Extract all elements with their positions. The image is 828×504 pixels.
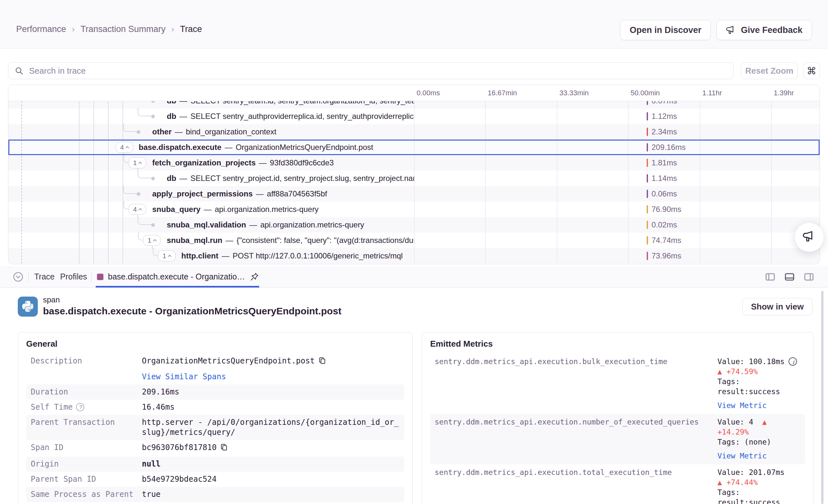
collapse-badge[interactable]: 1 bbox=[129, 157, 146, 168]
general-row-parent-span-id: Parent Span ID b54e9729bdeac524 bbox=[26, 472, 404, 487]
tab-active-span[interactable]: base.dispatch.execute - Organizatio… bbox=[108, 266, 245, 288]
timeline-axis: 0.00ms 16.67min 33.33min 50.00min 1.11hr… bbox=[8, 85, 820, 101]
megaphone-icon bbox=[726, 25, 736, 35]
span-color-swatch bbox=[97, 274, 104, 280]
help-icon[interactable] bbox=[76, 403, 84, 411]
feedback-floating-button[interactable] bbox=[794, 222, 824, 252]
collapse-badge[interactable]: 4 bbox=[129, 204, 146, 215]
span-title: base.dispatch.execute - OrganizationMetr… bbox=[43, 306, 342, 317]
general-row-same-process: Same Process as Parent true bbox=[26, 487, 404, 502]
layout-bottom-panel-icon[interactable] bbox=[783, 271, 796, 282]
axis-tick: 16.67min bbox=[488, 89, 517, 97]
span-duration: 209.16ms bbox=[652, 139, 686, 155]
span-row-other-bind[interactable]: other—bind_organization_context 2.34ms bbox=[8, 124, 820, 139]
python-icon bbox=[18, 297, 38, 317]
span-row-snuba-mql-run[interactable]: 1 snuba_mql.run—{"consistent": false, "q… bbox=[8, 233, 820, 248]
metric-value: Value: 4 bbox=[717, 418, 753, 426]
search-bar bbox=[8, 62, 734, 79]
breadcrumb-separator: › bbox=[72, 24, 75, 34]
open-in-discover-label: Open in Discover bbox=[629, 25, 701, 35]
parent-transaction-link[interactable]: http.server - /api/0/organizations/{orga… bbox=[142, 417, 400, 437]
metric-value: Value: 201.07ms bbox=[717, 467, 800, 477]
chevron-up-icon bbox=[139, 208, 142, 212]
copy-icon[interactable] bbox=[318, 356, 326, 367]
span-row-base-dispatch-selected[interactable]: 4 base.dispatch.execute—OrganizationMetr… bbox=[8, 139, 820, 155]
show-in-view-button[interactable]: Show in view bbox=[742, 298, 813, 315]
breadcrumb-transaction-summary[interactable]: Transaction Summary bbox=[80, 24, 165, 34]
metric-row-bulk-execution-time: sentry.ddm.metrics_api.execution.bulk_ex… bbox=[430, 353, 805, 414]
reset-zoom-button[interactable]: Reset Zoom bbox=[741, 62, 798, 79]
metric-delta: ▲ +74.44% bbox=[717, 477, 800, 488]
tab-profiles[interactable]: Profiles bbox=[60, 266, 87, 288]
span-bar bbox=[647, 174, 648, 182]
layout-right-panel-icon[interactable] bbox=[803, 271, 815, 282]
span-bar bbox=[647, 112, 648, 121]
trace-view-screen: Performance › Transaction Summary › Trac… bbox=[0, 0, 828, 504]
span-duration: 2.34ms bbox=[652, 124, 677, 139]
info-icon[interactable] bbox=[789, 357, 797, 366]
span-bar bbox=[647, 159, 648, 167]
general-row-span-id: Span ID bc963076bf817810 bbox=[26, 440, 404, 457]
chevron-up-icon bbox=[168, 255, 172, 258]
give-feedback-button[interactable]: Give Feedback bbox=[716, 20, 812, 40]
metric-row-total-execution-time: sentry.ddm.metrics_api.execution.total_e… bbox=[430, 464, 805, 504]
span-bar bbox=[647, 143, 648, 152]
span-row-db-team[interactable]: db—SELECT sentry_team.id, sentry_team.or… bbox=[8, 101, 820, 109]
span-duration: 0.06ms bbox=[652, 186, 677, 202]
span-type-label: span bbox=[43, 295, 60, 304]
span-bar bbox=[647, 236, 648, 245]
general-row-self-time: Self Time 16.46ms bbox=[26, 400, 404, 415]
axis-tick: 1.39hr bbox=[774, 89, 794, 97]
command-icon: ⌘ bbox=[807, 65, 816, 77]
axis-tick: 33.33min bbox=[560, 89, 589, 97]
span-row-fetch-projects[interactable]: 1 fetch_organization_projects—93fd380df9… bbox=[8, 155, 820, 171]
view-metric-link[interactable]: View Metric bbox=[717, 401, 800, 411]
command-shortcut-button[interactable]: ⌘ bbox=[803, 62, 820, 79]
pin-tab-icon[interactable] bbox=[249, 272, 259, 283]
view-similar-spans-link[interactable]: View Similar Spans bbox=[142, 372, 400, 382]
span-row-db-project[interactable]: db—SELECT sentry_project.id, sentry_proj… bbox=[8, 171, 820, 186]
axis-tick: 50.00min bbox=[630, 89, 660, 97]
metric-delta: ▲ +74.59% bbox=[717, 367, 800, 377]
span-duration: 1.12ms bbox=[652, 109, 677, 124]
collapse-badge[interactable]: 1 bbox=[158, 250, 175, 261]
span-row-db-authprovider[interactable]: db—SELECT sentry_authproviderreplica.id,… bbox=[8, 109, 820, 124]
collapse-badge[interactable]: 1 bbox=[143, 235, 161, 246]
span-row-snuba-validation[interactable]: snuba_mql.validation—api.organization.me… bbox=[8, 217, 820, 233]
span-duration: 1.81ms bbox=[652, 155, 677, 171]
general-row-description: Description OrganizationMetricsQueryEndp… bbox=[26, 353, 404, 384]
span-bar bbox=[647, 128, 648, 136]
general-heading: General bbox=[26, 339, 404, 349]
axis-tick: 0.00ms bbox=[417, 89, 440, 97]
metric-value: Value: 100.18ms bbox=[717, 357, 785, 366]
view-metric-link[interactable]: View Metric bbox=[717, 451, 800, 461]
trace-waterfall-panel: 0.00ms 16.67min 33.33min 50.00min 1.11hr… bbox=[8, 85, 820, 264]
tab-trace[interactable]: Trace bbox=[34, 266, 55, 288]
metric-tags-value: result:success bbox=[717, 387, 800, 397]
give-feedback-label: Give Feedback bbox=[741, 25, 802, 35]
chevron-up-icon bbox=[126, 146, 129, 150]
span-bar bbox=[647, 101, 648, 105]
breadcrumb-separator: › bbox=[171, 24, 174, 34]
span-duration: 1.14ms bbox=[652, 171, 677, 186]
collapse-drawer-icon[interactable] bbox=[12, 271, 24, 284]
span-bar bbox=[647, 252, 648, 260]
copy-icon[interactable] bbox=[220, 443, 228, 454]
header-actions: Open in Discover Give Feedback bbox=[620, 20, 812, 40]
detail-scrollbar[interactable] bbox=[821, 291, 824, 504]
span-row-snuba-query[interactable]: 4 snuba_query—api.organization.metrics-q… bbox=[8, 202, 820, 217]
collapse-badge[interactable]: 4 bbox=[116, 142, 133, 153]
span-row-apply-permissions[interactable]: apply_project_permissions—aff88a704563f5… bbox=[8, 186, 820, 202]
span-duration: 74.74ms bbox=[652, 233, 681, 248]
span-duration: 0.02ms bbox=[652, 217, 677, 233]
span-row-http-client[interactable]: 1 http.client—POST http://127.0.0.1:1000… bbox=[8, 248, 820, 264]
chevron-up-icon bbox=[139, 162, 142, 165]
megaphone-icon bbox=[802, 230, 816, 245]
breadcrumb-performance[interactable]: Performance bbox=[16, 24, 66, 34]
detail-tabs: Trace Profiles base.dispatch.execute - O… bbox=[0, 266, 828, 288]
span-duration: 73.96ms bbox=[652, 248, 681, 264]
metric-row-number-of-executed-queries: sentry.ddm.metrics_api.execution.number_… bbox=[430, 414, 805, 464]
open-in-discover-button[interactable]: Open in Discover bbox=[620, 20, 711, 40]
search-input[interactable] bbox=[8, 62, 734, 79]
layout-left-panel-icon[interactable] bbox=[764, 271, 776, 282]
